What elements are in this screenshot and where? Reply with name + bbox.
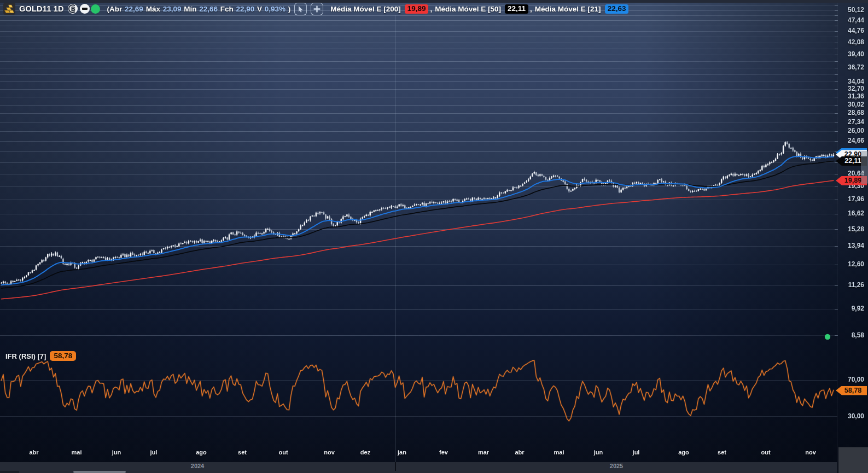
ohlc-label: V (254, 5, 265, 13)
gold-bars-icon (3, 3, 15, 15)
month-label: jun (112, 449, 121, 456)
month-label: jun (594, 449, 603, 456)
ohlc-label: Fch (218, 5, 236, 13)
ohlc-value: 22,66 (199, 5, 218, 13)
trading-chart-window: GOLD11 1D B (Abr 22,69 Máx 23,09 Mín 22,… (0, 0, 868, 473)
ma-value-badge: 22,63 (605, 4, 629, 14)
candlestick-chart-canvas[interactable] (0, 0, 868, 473)
price-axis-label: 32,70 (848, 85, 864, 92)
price-axis-label: 15,28 (848, 226, 864, 233)
year-label: 2025 (610, 463, 623, 469)
month-label: abr (515, 449, 524, 456)
rsi-indicator-header: IFR (RSI) [7] 58,78 (5, 351, 76, 361)
ma-separator: , (430, 5, 432, 13)
chart-header-bar: GOLD11 1D B (Abr 22,69 Máx 23,09 Mín 22,… (3, 3, 630, 15)
price-axis-label: 42,08 (848, 39, 864, 46)
price-axis-label: 44,76 (848, 27, 864, 34)
cursor-tool-button[interactable] (294, 3, 307, 15)
price-axis-label: 12,60 (848, 261, 864, 268)
year-divider (395, 462, 396, 471)
month-label: set (718, 449, 726, 456)
symbol-title[interactable]: GOLD11 1D (19, 4, 64, 13)
price-axis-label: 13,94 (848, 242, 864, 249)
ma-value-badge: 22,11 (505, 4, 528, 14)
chevron-right-icon: › (862, 168, 864, 175)
price-axis-label: 30,02 (848, 101, 864, 108)
month-label: set (238, 449, 247, 456)
price-axis-label: 50,12 (848, 7, 864, 14)
month-label: jan (398, 449, 406, 456)
month-label: out (761, 449, 770, 456)
ohlc-value: 23,09 (163, 5, 182, 13)
month-label: jul (633, 449, 640, 456)
green-status-dot (91, 4, 100, 14)
price-axis-label: 27,34 (848, 119, 864, 126)
price-axis-label: 16,62 (848, 210, 864, 217)
month-label: jul (150, 449, 158, 456)
ma-separator: , (530, 5, 532, 13)
price-axis-label: 47,44 (848, 17, 864, 24)
price-axis-label: 39,40 (848, 51, 864, 58)
ohlc-label: ) (288, 5, 291, 13)
price-axis-label: 9,92 (852, 305, 864, 312)
price-axis-label: 36,72 (848, 64, 864, 71)
month-label: nov (805, 449, 816, 456)
month-label: abr (29, 449, 38, 456)
ohlc-label: Máx (143, 5, 163, 13)
minus-circle-icon[interactable] (80, 4, 90, 14)
price-axis-label: 31,36 (848, 93, 864, 100)
month-label: fev (439, 449, 448, 456)
ohlc-value: 22,69 (125, 5, 143, 13)
month-label: ago (196, 449, 207, 456)
price-axis-label: 26,00 (848, 127, 864, 135)
month-label: ago (678, 449, 689, 456)
scrollbar-left-block (0, 471, 19, 473)
year-bar (0, 462, 837, 471)
year-label: 2024 (191, 463, 204, 469)
rsi-level-label: 70,00 (848, 376, 864, 383)
month-label: nov (324, 449, 335, 456)
horizontal-scrollbar-thumb[interactable] (73, 471, 126, 473)
rsi-value-badge: 58,78 (50, 351, 76, 361)
price-axis-label: 8,58 (852, 332, 864, 339)
ohlc-info: (Abr 22,69 Máx 23,09 Mín 22,66 Fch 22,90… (107, 5, 291, 13)
month-label: mai (72, 449, 82, 456)
price-axis-label: 28,68 (848, 109, 864, 116)
moving-average-legend: Média Móvel E [200]19,89,Média Móvel E [… (330, 4, 630, 14)
ohlc-label: (Abr (107, 5, 125, 13)
month-label: mai (554, 449, 564, 456)
price-axis-scroll-handle[interactable]: › (861, 151, 868, 184)
rsi-indicator-label: IFR (RSI) [7] (5, 352, 46, 360)
ohlc-label: Mín (181, 5, 199, 13)
axis-corner-box[interactable] (838, 447, 868, 473)
price-axis-label: 17,96 (848, 196, 864, 203)
ma-label: Média Móvel E [50] (435, 5, 501, 13)
ma-label: Média Móvel E [21] (535, 5, 601, 13)
month-label: dez (360, 449, 370, 456)
price-axis-label: 11,26 (848, 282, 864, 289)
price-axis-label: 34,04 (848, 78, 864, 85)
month-label: out (278, 449, 288, 456)
window-top-edge (0, 0, 868, 3)
ohlc-value: 22,90 (236, 5, 255, 13)
add-indicator-button[interactable] (311, 3, 323, 15)
ohlc-value: 0,93% (265, 5, 288, 13)
ma-label: Média Móvel E [200] (330, 5, 400, 13)
price-axis-label: 24,66 (848, 137, 864, 144)
b3-exchange-icon: B (68, 4, 78, 14)
rsi-value-axis-badge: 58,78 (836, 386, 867, 395)
svg-text:B: B (71, 5, 75, 12)
price-axis-separator (837, 0, 838, 462)
rsi-level-label: 30,00 (848, 413, 864, 420)
month-label: mar (478, 449, 489, 456)
ma-value-badge: 19,89 (405, 4, 429, 14)
